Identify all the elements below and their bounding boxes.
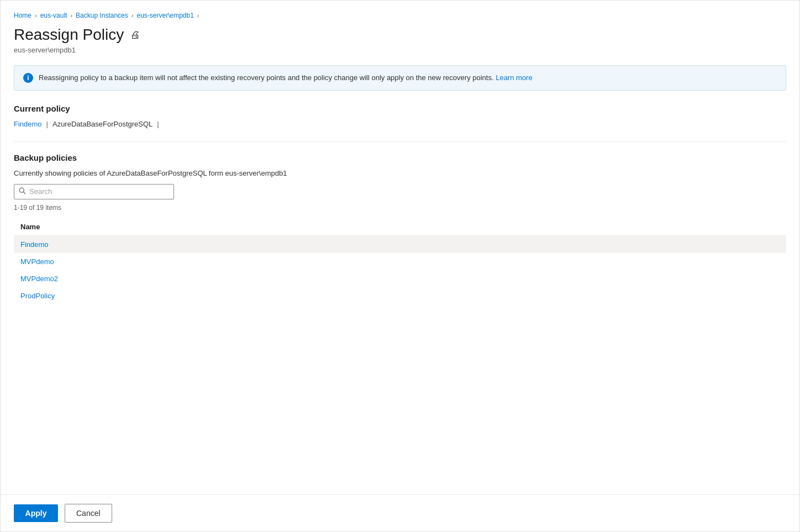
svg-line-1 (24, 192, 25, 193)
section-divider (14, 141, 786, 142)
table-row[interactable]: MVPdemo (14, 253, 786, 270)
policy-separator-1: | (46, 120, 48, 128)
breadcrumb-instance[interactable]: eus-server\empdb1 (136, 12, 193, 19)
table-row[interactable]: ProdPolicy (14, 287, 786, 304)
breadcrumb-sep-2: › (70, 12, 72, 19)
current-policy-type: AzureDataBaseForPostgreSQL (52, 120, 152, 128)
table-row[interactable]: Findemo (14, 235, 786, 253)
info-banner-text: Reassigning policy to a backup item will… (39, 72, 533, 83)
items-count: 1-19 of 19 items (14, 204, 786, 212)
learn-more-link[interactable]: Learn more (496, 73, 532, 82)
breadcrumb-sep-4: › (197, 12, 199, 19)
main-container: Home › eus-vault › Backup Instances › eu… (0, 0, 800, 532)
backup-policies-heading: Backup policies (14, 153, 786, 162)
policy-table: Name FindemoMVPdemoMVPdemo2ProdPolicy (14, 218, 786, 304)
info-banner: i Reassigning policy to a backup item wi… (14, 65, 786, 91)
breadcrumb-vault[interactable]: eus-vault (40, 12, 67, 19)
footer: Apply Cancel (1, 494, 799, 531)
breadcrumb-home[interactable]: Home (14, 12, 31, 19)
info-banner-message: Reassigning policy to a backup item will… (39, 73, 494, 82)
print-icon[interactable]: 🖨 (130, 29, 140, 41)
search-input[interactable] (29, 187, 169, 196)
policy-name-link[interactable]: MVPdemo (20, 257, 54, 266)
page-title: Reassign Policy (14, 26, 124, 44)
info-icon: i (23, 73, 33, 83)
current-policy-name-link[interactable]: Findemo (14, 120, 42, 128)
search-icon (19, 187, 26, 196)
current-policy-heading: Current policy (14, 104, 786, 113)
table-row[interactable]: MVPdemo2 (14, 270, 786, 287)
policy-name-link[interactable]: ProdPolicy (20, 292, 55, 300)
breadcrumb-sep-3: › (131, 12, 134, 19)
backup-policies-section: Backup policies Currently showing polici… (14, 153, 786, 304)
policy-table-body: FindemoMVPdemoMVPdemo2ProdPolicy (14, 235, 786, 304)
policy-name-link[interactable]: Findemo (20, 240, 49, 249)
column-name-header: Name (14, 218, 786, 236)
policy-separator-2: | (157, 120, 159, 128)
current-policy-value: Findemo | AzureDataBaseForPostgreSQL | (14, 120, 786, 128)
breadcrumb-sep-1: › (35, 12, 37, 19)
page-title-row: Reassign Policy 🖨 (14, 26, 786, 44)
content-area: Home › eus-vault › Backup Instances › eu… (1, 1, 799, 494)
apply-button[interactable]: Apply (14, 504, 58, 522)
search-box (14, 184, 174, 199)
breadcrumb: Home › eus-vault › Backup Instances › eu… (14, 12, 786, 19)
policy-name-link[interactable]: MVPdemo2 (20, 275, 58, 283)
policy-table-header: Name (14, 218, 786, 236)
breadcrumb-backup-instances[interactable]: Backup Instances (76, 12, 128, 19)
cancel-button[interactable]: Cancel (65, 504, 112, 523)
backup-policies-desc: Currently showing policies of AzureDataB… (14, 169, 786, 177)
page-subtitle: eus-server\empdb1 (14, 46, 786, 54)
current-policy-section: Current policy Findemo | AzureDataBaseFo… (14, 104, 786, 128)
